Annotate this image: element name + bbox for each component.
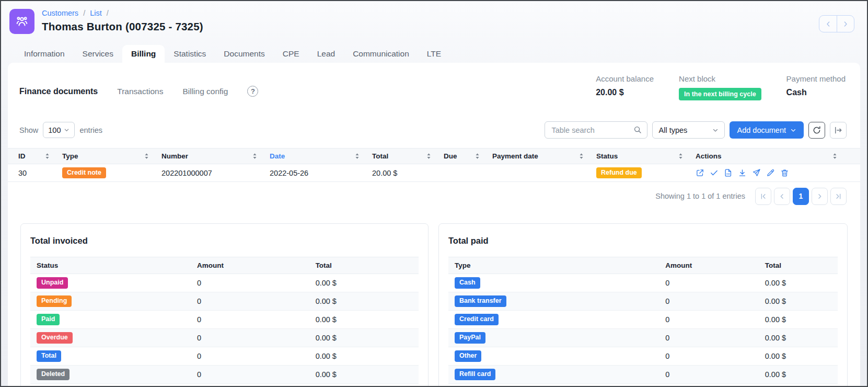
billing-stats: Account balance 20.00 $ Next block In th… xyxy=(596,74,846,100)
tab-services[interactable]: Services xyxy=(74,45,122,63)
page-size-select[interactable]: 100 xyxy=(43,122,75,138)
send-icon[interactable] xyxy=(752,168,761,177)
prev-page-button[interactable] xyxy=(774,188,790,205)
tab-communication[interactable]: Communication xyxy=(344,45,418,63)
total-invoiced-card: Total invoiced Status Amount Total Unpai… xyxy=(20,223,429,387)
search-input[interactable] xyxy=(545,121,647,139)
last-page-button[interactable] xyxy=(830,188,847,205)
sort-icon[interactable] xyxy=(355,152,360,160)
app-window: Customers / List / Thomas Burton (007325… xyxy=(0,0,868,387)
approve-check-icon[interactable] xyxy=(710,168,719,177)
card-title: Total invoiced xyxy=(21,224,428,257)
total-value: 0.00 $ xyxy=(316,334,419,342)
next-block-badge: In the next billing cycle xyxy=(679,88,761,100)
table-row: Credit card 0 0.00 $ xyxy=(448,311,838,329)
add-document-button[interactable]: Add document xyxy=(730,121,804,139)
table-row: 30 Credit note 202201000007 2022-05-26 2… xyxy=(8,164,860,182)
tab-lead[interactable]: Lead xyxy=(308,45,344,63)
column-label: Due xyxy=(444,152,457,160)
download-icon[interactable] xyxy=(738,168,747,177)
amount-value: 0 xyxy=(665,370,765,379)
next-customer-button[interactable] xyxy=(837,16,854,32)
table-row: Unpaid 0 0.00 $ xyxy=(30,274,419,292)
sort-icon[interactable] xyxy=(45,152,50,160)
finance-documents-table: ID Type Number Date Total xyxy=(8,148,860,182)
table-row: Bank transfer 0 0.00 $ xyxy=(448,292,838,311)
table-row: Paid 0 0.00 $ xyxy=(30,311,419,329)
next-page-button[interactable] xyxy=(812,188,828,205)
tab-information[interactable]: Information xyxy=(15,45,74,63)
status-badge: Paid xyxy=(37,314,60,325)
column-label: ID xyxy=(18,152,26,160)
refresh-button[interactable] xyxy=(808,122,825,139)
amount-value: 0 xyxy=(197,370,316,379)
edit-icon[interactable] xyxy=(766,168,775,177)
chevron-down-icon xyxy=(790,127,796,133)
column-label: Amount xyxy=(665,261,765,269)
billing-panel: Finance documents Transactions Billing c… xyxy=(8,63,860,387)
subtab-finance-documents[interactable]: Finance documents xyxy=(19,87,98,96)
total-value: 0.00 $ xyxy=(765,297,838,305)
sort-icon[interactable] xyxy=(475,152,480,160)
help-icon[interactable]: ? xyxy=(247,86,258,97)
column-label: Number xyxy=(161,152,188,160)
column-header-number[interactable]: Number xyxy=(161,152,270,160)
type-filter-select[interactable]: All types xyxy=(652,121,725,139)
breadcrumb-list[interactable]: List xyxy=(90,9,102,17)
tab-billing[interactable]: Billing xyxy=(122,45,165,63)
cell-date: 2022-05-26 xyxy=(270,169,372,177)
tab-statistics[interactable]: Statistics xyxy=(165,45,215,63)
tab-documents[interactable]: Documents xyxy=(215,45,273,63)
sort-icon[interactable] xyxy=(426,152,431,160)
export-button[interactable] xyxy=(830,122,847,139)
chevron-down-icon xyxy=(712,127,719,133)
page-1-button[interactable]: 1 xyxy=(793,188,809,205)
card-table-header: Type Amount Total xyxy=(448,257,838,274)
breadcrumb-customers[interactable]: Customers xyxy=(42,9,78,17)
column-header-due[interactable]: Due xyxy=(444,152,492,160)
stat-payment-method: Payment method Cash xyxy=(786,74,846,100)
sort-icon[interactable] xyxy=(678,152,683,160)
column-header-total[interactable]: Total xyxy=(372,152,444,160)
customers-group-icon xyxy=(15,14,29,29)
status-badge: Total xyxy=(37,350,61,362)
pdf-preview-icon[interactable] xyxy=(724,168,733,177)
column-header-actions[interactable]: Actions xyxy=(696,152,850,160)
type-filter-value: All types xyxy=(658,126,687,134)
stat-label: Payment method xyxy=(786,74,846,83)
amount-value: 0 xyxy=(197,315,316,324)
column-label: Actions xyxy=(696,152,722,160)
table-row: Overdue 0 0.00 $ xyxy=(30,329,419,347)
payment-type-badge: Credit card xyxy=(455,314,499,325)
search-icon xyxy=(633,125,642,134)
column-header-type[interactable]: Type xyxy=(62,152,161,160)
table-row: Deleted 0 0.00 $ xyxy=(30,366,419,384)
column-label: Total xyxy=(316,261,419,269)
amount-value: 0 xyxy=(665,352,765,360)
delete-icon[interactable] xyxy=(780,168,789,177)
first-page-button[interactable] xyxy=(755,188,771,205)
subtab-transactions[interactable]: Transactions xyxy=(117,87,163,96)
open-external-icon[interactable] xyxy=(696,168,704,177)
column-label: Amount xyxy=(197,261,316,269)
table-row: Pending 0 0.00 $ xyxy=(30,292,419,311)
stat-label: Next block xyxy=(679,74,761,83)
total-value: 0.00 $ xyxy=(765,279,838,287)
prev-customer-button[interactable] xyxy=(819,16,837,32)
subtab-billing-config[interactable]: Billing config xyxy=(182,87,228,96)
tab-cpe[interactable]: CPE xyxy=(274,45,308,63)
export-icon xyxy=(834,126,843,135)
column-header-date[interactable]: Date xyxy=(270,152,372,160)
column-header-id[interactable]: ID xyxy=(18,152,62,160)
column-header-payment-date[interactable]: Payment date xyxy=(492,152,596,160)
column-label: Status xyxy=(37,261,197,269)
sort-icon[interactable] xyxy=(579,152,584,160)
column-header-status[interactable]: Status xyxy=(596,152,696,160)
sort-icon[interactable] xyxy=(252,152,257,160)
cell-total: 20.00 $ xyxy=(372,169,444,177)
sort-icon[interactable] xyxy=(832,152,837,160)
sort-icon[interactable] xyxy=(144,152,149,160)
total-value: 0.00 $ xyxy=(316,279,419,287)
tab-lte[interactable]: LTE xyxy=(418,45,450,63)
column-label: Date xyxy=(270,152,285,160)
